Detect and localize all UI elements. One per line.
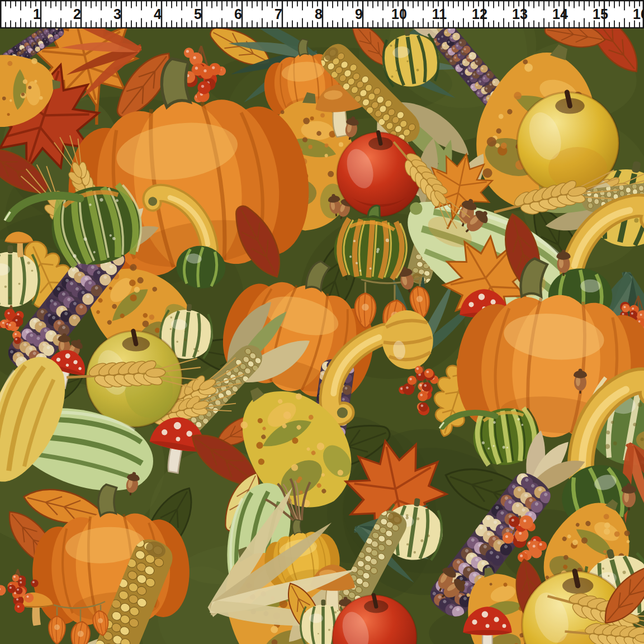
ruler-number: 4 <box>154 6 162 22</box>
fabric-swatch-photo: 12345678910111213141516 <box>0 0 644 644</box>
ruler-number: 2 <box>73 6 81 22</box>
ruler-number: 11 <box>432 6 447 22</box>
ruler-number: 16 <box>633 6 644 22</box>
ruler-number: 8 <box>315 6 323 22</box>
ruler-number: 6 <box>234 6 242 22</box>
apple <box>517 92 619 194</box>
ruler-number: 13 <box>512 6 528 22</box>
ruler-number: 9 <box>355 6 363 22</box>
ruler-number: 7 <box>274 6 282 22</box>
ruler: 12345678910111213141516 <box>0 0 644 29</box>
ruler-number: 5 <box>194 6 202 22</box>
ruler-number: 14 <box>552 6 568 22</box>
fabric-pattern-art <box>0 0 644 644</box>
ruler-number: 15 <box>593 6 608 22</box>
ruler-number: 1 <box>33 6 41 22</box>
ruler-number: 12 <box>472 6 487 22</box>
ruler-number: 10 <box>391 6 407 22</box>
ruler-number: 3 <box>113 6 121 22</box>
